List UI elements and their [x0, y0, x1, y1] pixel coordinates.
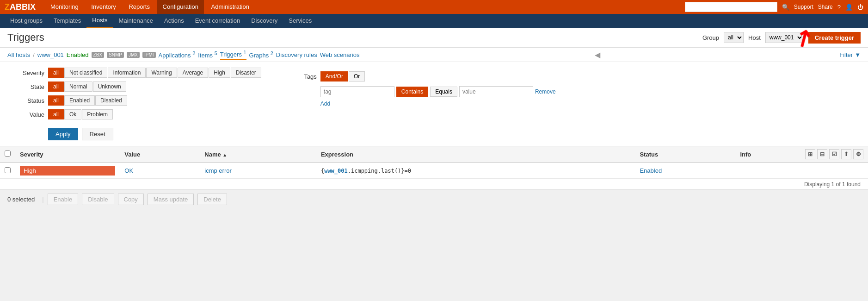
state-all[interactable]: all — [48, 82, 64, 92]
state-unknown[interactable]: Unknown — [93, 82, 126, 92]
search-input[interactable] — [685, 2, 777, 12]
check-icon[interactable]: ☑ — [829, 149, 839, 159]
disable-button[interactable]: Disable — [82, 194, 114, 205]
tag-name-input[interactable] — [320, 86, 394, 97]
share-link[interactable]: Share — [818, 4, 833, 10]
filter-collapse-arrow[interactable]: ◀ — [595, 50, 600, 59]
value-problem[interactable]: Problem — [82, 109, 113, 119]
status-all[interactable]: all — [48, 95, 64, 106]
user-icon[interactable]: 👤 — [845, 4, 853, 11]
create-trigger-button[interactable]: Create trigger — [808, 32, 861, 44]
subnav-maintenance[interactable]: Maintenance — [113, 14, 159, 28]
value-ok[interactable]: Ok — [64, 109, 81, 119]
subnav-event-correlation[interactable]: Event correlation — [190, 14, 246, 28]
host-name-link[interactable]: www_001 — [37, 51, 64, 58]
apply-button[interactable]: Apply — [48, 128, 78, 140]
triggers-table: Severity Value Name Expression Status In… — [0, 146, 868, 179]
group-select[interactable]: all — [724, 32, 744, 43]
th-name[interactable]: Name — [200, 146, 316, 163]
row-value-link[interactable]: OK — [124, 167, 133, 174]
app-logo: ZABBIX — [5, 2, 36, 12]
export-icon[interactable]: ⬆ — [841, 149, 851, 159]
search-icon[interactable]: 🔍 — [782, 4, 789, 11]
tag-value-input[interactable] — [459, 86, 533, 97]
tab-applications[interactable]: Applications 2 — [159, 50, 196, 59]
severity-information[interactable]: Information — [108, 68, 146, 78]
tag-remove-link[interactable]: Remove — [535, 88, 556, 95]
nav-reports[interactable]: Reports — [123, 0, 155, 14]
severity-high[interactable]: High — [209, 68, 230, 78]
row-name: icmp error — [200, 163, 316, 179]
nav-administration[interactable]: Administration — [206, 0, 255, 14]
sort-asc-icon — [222, 151, 227, 158]
enable-button[interactable]: Enable — [48, 194, 78, 205]
host-select[interactable]: www_001 — [765, 32, 804, 43]
tag-or-btn[interactable]: Or — [349, 71, 365, 82]
filter-left: Severity all Not classified Information … — [7, 68, 261, 123]
tag-add-link[interactable]: Add — [320, 100, 330, 107]
badge-ipmi[interactable]: IPMI — [142, 52, 156, 58]
status-enabled-label: Enabled — [640, 167, 662, 174]
severity-average[interactable]: Average — [178, 68, 208, 78]
all-hosts-link[interactable]: All hosts — [7, 51, 30, 58]
breadcrumb-separator: / — [33, 51, 35, 58]
table-header-row: Severity Value Name Expression Status In… — [0, 146, 868, 163]
th-status: Status — [635, 146, 735, 163]
support-link[interactable]: Support — [794, 4, 813, 10]
help-icon[interactable]: ? — [837, 4, 841, 11]
row-select-checkbox[interactable] — [5, 167, 11, 173]
tag-equals-btn[interactable]: Equals — [430, 87, 457, 97]
expr-host-link[interactable]: www_001 — [324, 168, 348, 174]
subnav-templates[interactable]: Templates — [48, 14, 86, 28]
row-severity: High — [15, 163, 120, 179]
logout-icon[interactable]: ⏻ — [857, 4, 863, 11]
value-all[interactable]: all — [48, 109, 64, 119]
mass-update-button[interactable]: Mass update — [148, 194, 194, 205]
select-all-checkbox[interactable] — [5, 150, 11, 157]
subnav-hosts[interactable]: Hosts — [86, 13, 113, 28]
table-row: High OK icmp error {www_001.icmpping.las… — [0, 163, 868, 179]
filter-icon: ▼ — [855, 51, 861, 58]
tags-content: And/Or Or Contains Equals Remove Add — [320, 71, 556, 107]
delete-button[interactable]: Delete — [197, 194, 227, 205]
status-enabled[interactable]: Enabled — [64, 95, 95, 106]
row-name-link[interactable]: icmp error — [204, 167, 232, 174]
severity-not-classified[interactable]: Not classified — [64, 68, 107, 78]
table-area: Severity Value Name Expression Status In… — [0, 146, 868, 179]
tab-discovery-rules[interactable]: Discovery rules — [276, 51, 317, 58]
tag-contains-btn[interactable]: Contains — [396, 87, 428, 97]
severity-all[interactable]: all — [48, 68, 64, 78]
row-checkbox[interactable] — [0, 163, 15, 179]
badge-zbx[interactable]: ZBX — [92, 52, 104, 58]
subnav-services[interactable]: Services — [283, 14, 317, 28]
copy-button[interactable]: Copy — [118, 194, 144, 205]
tab-graphs[interactable]: Graphs 2 — [249, 50, 273, 59]
state-normal[interactable]: Normal — [64, 82, 92, 92]
expand-icon[interactable]: ⊞ — [805, 149, 815, 159]
collapse-icon[interactable]: ⊟ — [817, 149, 827, 159]
filter-toggle[interactable]: Filter ▼ — [839, 51, 861, 58]
selected-count: 0 selected — [7, 196, 35, 203]
reset-button[interactable]: Reset — [82, 128, 113, 140]
state-btn-group: all Normal Unknown — [48, 82, 126, 92]
severity-disaster[interactable]: Disaster — [231, 68, 261, 78]
subnav-host-groups[interactable]: Host groups — [5, 14, 48, 28]
severity-btn-group: all Not classified Information Warning A… — [48, 68, 261, 78]
tab-web-scenarios[interactable]: Web scenarios — [320, 51, 360, 58]
badge-snmp[interactable]: SNMP — [107, 52, 124, 58]
th-checkbox — [0, 146, 15, 163]
badge-jmx[interactable]: JMX — [127, 52, 140, 58]
tags-label: Tags — [280, 71, 317, 80]
severity-warning[interactable]: Warning — [146, 68, 177, 78]
bottom-bar: 0 selected | Enable Disable Copy Mass up… — [0, 189, 868, 209]
nav-monitoring[interactable]: Monitoring — [45, 0, 84, 14]
tag-and-or-btn[interactable]: And/Or — [320, 71, 348, 82]
status-disabled[interactable]: Disabled — [95, 95, 127, 106]
nav-configuration[interactable]: Configuration — [157, 0, 204, 14]
nav-inventory[interactable]: Inventory — [86, 0, 121, 14]
subnav-actions[interactable]: Actions — [159, 14, 190, 28]
settings-icon[interactable]: ⚙ — [853, 149, 863, 159]
tab-items[interactable]: Items 5 — [198, 50, 217, 59]
tab-triggers[interactable]: Triggers 1 — [220, 50, 246, 60]
subnav-discovery[interactable]: Discovery — [246, 14, 283, 28]
